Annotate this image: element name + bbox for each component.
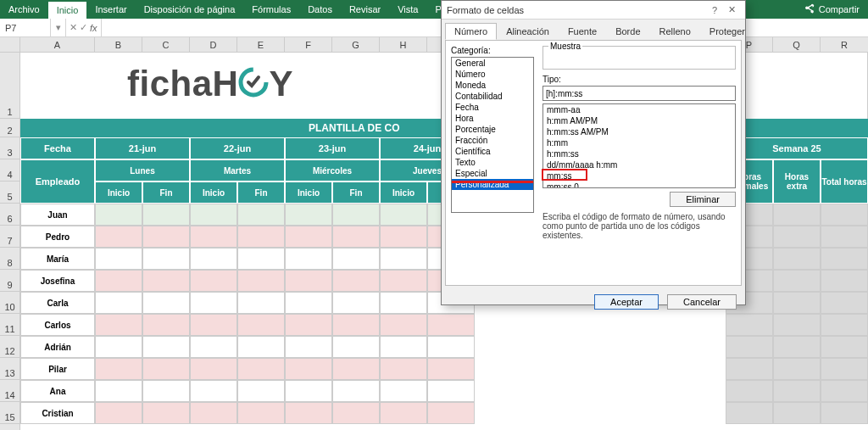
cat-hora[interactable]: Hora <box>452 113 533 124</box>
cat-fraccion[interactable]: Fracción <box>452 135 533 146</box>
row-16[interactable]: 16 <box>0 424 20 430</box>
time-cell[interactable] <box>190 358 237 380</box>
cancel-fx-icon[interactable]: ✕ <box>70 22 77 33</box>
row-10[interactable]: 10 <box>0 292 20 314</box>
time-cell[interactable] <box>142 204 190 226</box>
time-cell[interactable] <box>142 270 190 292</box>
tab-datos[interactable]: Datos <box>299 0 341 19</box>
time-cell[interactable] <box>427 358 475 380</box>
time-cell[interactable] <box>237 270 285 292</box>
name-box-dropdown[interactable]: ▾ <box>51 19 66 36</box>
time-cell[interactable] <box>332 314 380 336</box>
time-cell[interactable] <box>237 380 285 402</box>
total-horas-cell[interactable] <box>821 402 868 424</box>
time-cell[interactable] <box>285 270 332 292</box>
time-cell[interactable] <box>95 270 142 292</box>
time-cell[interactable] <box>380 270 427 292</box>
time-cell[interactable] <box>285 402 332 424</box>
select-all-cell[interactable] <box>0 37 20 52</box>
time-cell[interactable] <box>332 402 380 424</box>
time-cell[interactable] <box>95 292 142 314</box>
col-D[interactable]: D <box>190 37 237 52</box>
time-cell[interactable] <box>380 380 427 402</box>
cat-numero[interactable]: Número <box>452 69 533 80</box>
horas-extra-cell[interactable] <box>773 226 821 248</box>
time-cell[interactable] <box>190 314 237 336</box>
name-box[interactable]: P7 <box>0 19 51 36</box>
col-G[interactable]: G <box>332 37 380 52</box>
horas-normales-cell[interactable] <box>726 380 773 402</box>
type-item[interactable]: h:mm <box>543 137 735 148</box>
time-cell[interactable] <box>427 314 475 336</box>
row-1[interactable]: 1 <box>0 53 20 119</box>
total-horas-cell[interactable] <box>821 270 868 292</box>
time-cell[interactable] <box>237 402 285 424</box>
time-cell[interactable] <box>237 248 285 270</box>
type-item[interactable]: h:mm:ss <box>543 148 735 159</box>
cancelar-button[interactable]: Cancelar <box>667 294 737 310</box>
row-15[interactable]: 15 <box>0 402 20 424</box>
type-item[interactable]: dd/mm/aaaa h:mm <box>543 159 735 170</box>
time-cell[interactable] <box>237 314 285 336</box>
tab-fuente[interactable]: Fuente <box>559 23 606 40</box>
time-cell[interactable] <box>285 358 332 380</box>
horas-normales-cell[interactable] <box>726 402 773 424</box>
row-11[interactable]: 11 <box>0 314 20 336</box>
time-cell[interactable] <box>332 358 380 380</box>
share-button[interactable]: Compartir <box>795 0 868 19</box>
fx-icon[interactable]: fx <box>90 23 97 33</box>
row-2[interactable]: 2 <box>0 119 20 137</box>
tab-inicio[interactable]: Inicio <box>48 0 87 19</box>
horas-normales-cell[interactable] <box>726 358 773 380</box>
time-cell[interactable] <box>332 226 380 248</box>
cat-moneda[interactable]: Moneda <box>452 80 533 91</box>
horas-extra-cell[interactable] <box>773 270 821 292</box>
type-item[interactable]: h:mm AM/PM <box>543 115 735 126</box>
time-cell[interactable] <box>380 204 427 226</box>
tab-relleno[interactable]: Relleno <box>650 23 700 40</box>
cat-contabilidad[interactable]: Contabilidad <box>452 91 533 102</box>
horas-extra-cell[interactable] <box>773 248 821 270</box>
tab-vista[interactable]: Vista <box>389 0 426 19</box>
time-cell[interactable] <box>237 358 285 380</box>
time-cell[interactable] <box>190 204 237 226</box>
col-E[interactable]: E <box>237 37 285 52</box>
time-cell[interactable] <box>95 248 142 270</box>
time-cell[interactable] <box>95 314 142 336</box>
time-cell[interactable] <box>332 270 380 292</box>
horas-extra-cell[interactable] <box>773 358 821 380</box>
tab-borde[interactable]: Borde <box>606 23 649 40</box>
tab-proteger[interactable]: Proteger <box>700 23 754 40</box>
horas-extra-cell[interactable] <box>773 336 821 358</box>
horas-extra-cell[interactable] <box>773 204 821 226</box>
time-cell[interactable] <box>427 380 475 402</box>
col-C[interactable]: C <box>142 37 190 52</box>
time-cell[interactable] <box>190 402 237 424</box>
time-cell[interactable] <box>237 204 285 226</box>
col-H[interactable]: H <box>380 37 427 52</box>
col-A[interactable]: A <box>20 37 95 52</box>
row-3[interactable]: 3 <box>0 137 20 159</box>
tab-alineacion[interactable]: Alineación <box>497 23 559 40</box>
time-cell[interactable] <box>237 336 285 358</box>
time-cell[interactable] <box>237 292 285 314</box>
time-cell[interactable] <box>380 358 427 380</box>
time-cell[interactable] <box>142 248 190 270</box>
col-R[interactable]: R <box>821 37 868 52</box>
cat-especial[interactable]: Especial <box>452 168 533 179</box>
tab-disposicion[interactable]: Disposición de página <box>136 0 244 19</box>
row-14[interactable]: 14 <box>0 380 20 402</box>
total-horas-cell[interactable] <box>821 204 868 226</box>
col-Q[interactable]: Q <box>773 37 821 52</box>
time-cell[interactable] <box>380 248 427 270</box>
time-cell[interactable] <box>285 226 332 248</box>
col-F[interactable]: F <box>285 37 332 52</box>
row-6[interactable]: 6 <box>0 204 20 226</box>
time-cell[interactable] <box>380 402 427 424</box>
close-icon[interactable]: ✕ <box>723 4 740 15</box>
time-cell[interactable] <box>332 248 380 270</box>
total-horas-cell[interactable] <box>821 292 868 314</box>
row-9[interactable]: 9 <box>0 270 20 292</box>
time-cell[interactable] <box>142 358 190 380</box>
total-horas-cell[interactable] <box>821 314 868 336</box>
